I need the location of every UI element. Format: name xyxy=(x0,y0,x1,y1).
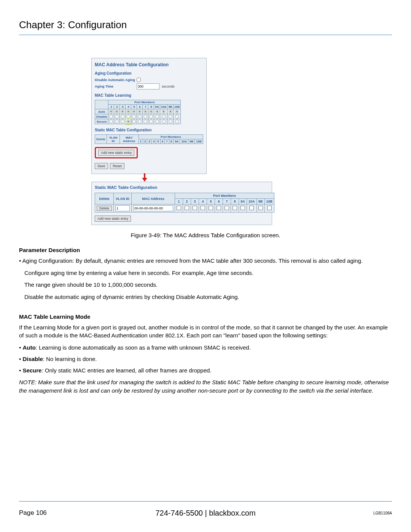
aging-time-label: Aging Time xyxy=(95,85,137,88)
radio-secure[interactable] xyxy=(160,119,167,124)
radio-auto[interactable] xyxy=(148,109,154,114)
port-checkbox[interactable] xyxy=(209,206,213,210)
svg-point-25 xyxy=(115,115,118,118)
body-text: Parameter Description • Aging Configurat… xyxy=(19,246,392,395)
radio-secure[interactable] xyxy=(126,119,131,124)
svg-point-3 xyxy=(116,111,118,112)
disable-aging-checkbox[interactable] xyxy=(137,78,141,82)
port-checkbox[interactable] xyxy=(267,206,272,210)
port-checkbox[interactable] xyxy=(258,206,263,210)
radio-auto[interactable] xyxy=(154,109,160,114)
port-checkbox[interactable] xyxy=(241,206,245,210)
radio-disable[interactable] xyxy=(114,114,120,119)
radio-auto[interactable] xyxy=(137,109,143,114)
svg-point-35 xyxy=(175,115,178,118)
port-checkbox[interactable] xyxy=(225,206,229,210)
port-col: 1 xyxy=(175,199,183,204)
radio-auto[interactable] xyxy=(173,109,181,114)
radio-disable[interactable] xyxy=(143,114,148,119)
port-col: 9B xyxy=(167,105,173,109)
port-checkbox[interactable] xyxy=(201,206,205,210)
radio-disable[interactable] xyxy=(137,114,143,119)
radio-disable[interactable] xyxy=(148,114,154,119)
radio-secure[interactable] xyxy=(148,119,154,124)
paragraph: Disable the automatic aging of dynamic e… xyxy=(24,293,392,301)
radio-disable[interactable] xyxy=(154,114,160,119)
radio-secure[interactable] xyxy=(137,119,143,124)
radio-secure[interactable] xyxy=(154,119,160,124)
radio-disable[interactable] xyxy=(173,114,181,119)
svg-point-45 xyxy=(155,120,158,123)
svg-point-32 xyxy=(155,115,158,118)
port-col: 3 xyxy=(191,199,199,204)
port-col: 6 xyxy=(160,139,164,144)
reset-button[interactable]: Reset xyxy=(110,163,124,169)
mac-address-input[interactable] xyxy=(133,205,173,211)
port-col: 2 xyxy=(183,199,191,204)
svg-point-34 xyxy=(169,115,172,118)
port-checkbox[interactable] xyxy=(249,206,254,210)
radio-auto[interactable] xyxy=(120,109,126,114)
radio-auto[interactable] xyxy=(114,109,120,114)
port-checkbox[interactable] xyxy=(217,206,221,210)
radio-secure[interactable] xyxy=(167,119,173,124)
port-checkbox[interactable] xyxy=(233,206,237,210)
svg-point-13 xyxy=(145,111,147,112)
radio-disable[interactable] xyxy=(160,114,167,119)
port-col: 6 xyxy=(215,199,223,204)
radio-auto[interactable] xyxy=(126,109,131,114)
radio-disable[interactable] xyxy=(126,114,131,119)
port-col: 9B xyxy=(188,139,195,144)
radio-secure[interactable] xyxy=(114,119,120,124)
svg-point-9 xyxy=(134,111,135,112)
port-checkbox[interactable] xyxy=(177,206,181,210)
disable-label: Disable xyxy=(22,356,43,362)
svg-point-5 xyxy=(122,111,124,112)
radio-disable[interactable] xyxy=(167,114,173,119)
port-checkbox[interactable] xyxy=(193,206,197,210)
radio-disable[interactable] xyxy=(131,114,137,119)
svg-point-37 xyxy=(115,120,118,123)
svg-point-23 xyxy=(176,111,178,112)
port-col: 3 xyxy=(147,139,151,144)
add-static-entry-button2[interactable]: Add new static entry xyxy=(95,216,131,222)
save-button[interactable]: Save xyxy=(95,163,108,169)
port-col: 8 xyxy=(169,139,173,144)
port-col: 6 xyxy=(137,105,143,109)
port-checkbox[interactable] xyxy=(185,206,189,210)
static-col-delete: Delete xyxy=(95,135,107,144)
paragraph: If the Learning Mode for a given port is… xyxy=(19,323,392,340)
vlan-id-input[interactable] xyxy=(115,205,130,211)
radio-secure[interactable] xyxy=(120,119,126,124)
radio-auto[interactable] xyxy=(131,109,137,114)
row-auto: Auto xyxy=(95,109,108,114)
highlight-box: Add new static entry xyxy=(95,147,138,158)
aging-time-input[interactable] xyxy=(137,83,159,89)
page-footer: Page 106 724-746-5500 | blackbox.com LGB… xyxy=(19,509,392,517)
svg-point-46 xyxy=(162,120,165,123)
radio-auto[interactable] xyxy=(167,109,173,114)
add-static-entry-button[interactable]: Add new static entry xyxy=(98,150,134,156)
radio-secure[interactable] xyxy=(108,119,114,124)
radio-auto[interactable] xyxy=(108,109,114,114)
radio-disable[interactable] xyxy=(108,114,114,119)
static-col-mac: MAC Address xyxy=(120,135,139,144)
radio-secure[interactable] xyxy=(131,119,137,124)
disable-aging-label: Disable Automatic Aging xyxy=(95,78,137,82)
radio-disable[interactable] xyxy=(120,114,126,119)
port-col: 7 xyxy=(223,199,231,204)
delete-row-button[interactable]: Delete xyxy=(97,206,112,211)
port-col: 7 xyxy=(165,139,169,144)
svg-point-30 xyxy=(144,115,147,118)
radio-secure[interactable] xyxy=(143,119,148,124)
radio-auto[interactable] xyxy=(160,109,167,114)
port-col: 10B xyxy=(173,105,181,109)
radio-auto[interactable] xyxy=(143,109,148,114)
radio-secure[interactable] xyxy=(173,119,181,124)
port-col: 4 xyxy=(126,105,131,109)
svg-point-26 xyxy=(121,115,124,118)
panel2-title: Static MAC Table Configuration xyxy=(95,185,269,190)
col-delete: Delete xyxy=(95,193,114,204)
port-col: 5 xyxy=(156,139,160,144)
svg-point-19 xyxy=(163,111,164,112)
